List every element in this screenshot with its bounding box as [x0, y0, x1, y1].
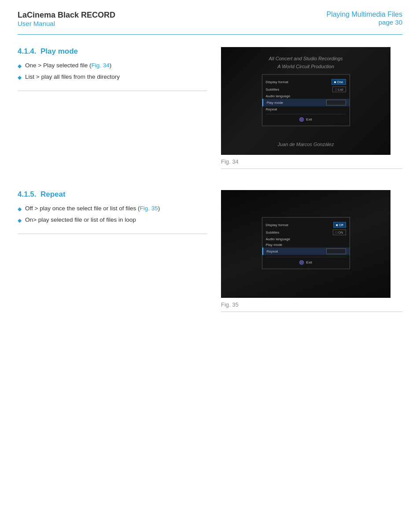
- bullet-icon: ◆: [18, 216, 22, 224]
- list-item: ◆ Off > play once the select file or lis…: [18, 204, 207, 213]
- menu-divider: [266, 256, 346, 257]
- menu-label: Repeat: [266, 107, 277, 111]
- section-repeat: 4.1.5. Repeat ◆ Off > play once the sele…: [18, 190, 402, 312]
- page-number: page 30: [326, 18, 402, 26]
- bullet-icon: ◆: [18, 62, 22, 70]
- option-off: ■ Off: [333, 222, 346, 227]
- menu-value: ■ Off: [333, 222, 346, 227]
- menu-row-display: Display format ■ Off: [262, 221, 350, 228]
- bullet-icon: ◆: [18, 205, 22, 213]
- exit-icon: [299, 260, 304, 264]
- header-right: Playing Multimedia Files page 30: [326, 11, 402, 26]
- fig35-rule: [221, 311, 402, 312]
- playmode-field: [326, 99, 346, 105]
- menu-label: Play mode: [266, 242, 283, 246]
- section-heading-414: 4.1.4. Play mode: [18, 47, 207, 56]
- menu-exit: Exit: [262, 116, 350, 123]
- option-one: ■ One: [332, 79, 346, 84]
- menu-row-repeat: Repeat: [262, 106, 350, 112]
- menu-row-display: Display format ■ One: [262, 78, 350, 85]
- menu-row-audio: Audio language: [262, 236, 350, 242]
- exit-label: Exit: [306, 117, 312, 121]
- fig35-link[interactable]: Fig. 35: [140, 205, 158, 212]
- menu-row-subtitles: Subtitles □ ON: [262, 228, 350, 236]
- brand-name: LaCinema Black RECORD: [18, 11, 115, 20]
- menu-label: Subtitles: [266, 230, 280, 234]
- bullet-text: Off > play once the select file or list …: [25, 204, 160, 213]
- list-item: ◆ One > Play selected file (Fig. 34): [18, 61, 207, 70]
- list-item: ◆ On> play selected file or list of file…: [18, 216, 207, 224]
- fig35-caption: Fig. 35: [221, 301, 402, 308]
- menu-label: Display format: [266, 80, 288, 84]
- section-text-rule: [18, 234, 207, 234]
- menu-row-repeat: Repeat: [262, 247, 350, 255]
- user-manual: User Manual: [18, 20, 115, 27]
- menu-label: Subtitles: [266, 87, 280, 91]
- menu-label: Play mode: [267, 100, 284, 104]
- section-image-right: Display format ■ Off Subtitles □ ON: [221, 190, 402, 312]
- menu-value: □ List: [332, 86, 346, 92]
- option-list: □ List: [332, 86, 346, 92]
- menu-value: [326, 99, 346, 105]
- section-text-left: 4.1.5. Repeat ◆ Off > play once the sele…: [18, 190, 207, 234]
- menu-row-subtitles: Subtitles □ List: [262, 85, 350, 93]
- option-on: □ ON: [333, 229, 346, 235]
- menu-label: Display format: [266, 223, 288, 227]
- exit-label: Exit: [306, 260, 312, 264]
- bullet-text: On> play selected file or list of files …: [25, 216, 136, 224]
- fig35-menu-overlay: Display format ■ Off Subtitles □ ON: [262, 217, 350, 269]
- fig34-screenshot: Display format ■ One Subtitles □ List: [221, 47, 391, 155]
- fig34-rule: [221, 168, 402, 169]
- fig34-wrapper: Display format ■ One Subtitles □ List: [221, 47, 402, 155]
- menu-row-audio: Audio language: [262, 93, 350, 99]
- fig35-screenshot: Display format ■ Off Subtitles □ ON: [221, 190, 391, 298]
- menu-label: Audio language: [266, 237, 291, 241]
- section-image-right: Display format ■ One Subtitles □ List: [221, 47, 402, 169]
- bullet-text: One > Play selected file (Fig. 34): [25, 61, 111, 70]
- page-container: LaCinema Black RECORD User Manual Playin…: [0, 0, 420, 509]
- menu-label: Audio language: [266, 94, 291, 98]
- menu-row-playmode: Play mode: [262, 99, 350, 106]
- section-play-mode: 4.1.4. Play mode ◆ One > Play selected f…: [18, 47, 402, 169]
- menu-label: Repeat: [267, 249, 278, 253]
- menu-value: [326, 248, 346, 254]
- menu-row-playmode: Play mode: [262, 242, 350, 247]
- menu-value: □ ON: [333, 229, 346, 235]
- page-header: LaCinema Black RECORD User Manual Playin…: [18, 11, 402, 27]
- bullet-list-414: ◆ One > Play selected file (Fig. 34) ◆ L…: [18, 61, 207, 82]
- repeat-field: [326, 248, 346, 254]
- section-text-rule: [18, 91, 207, 91]
- exit-icon: [299, 117, 304, 121]
- list-item: ◆ List > play all files from the directo…: [18, 73, 207, 81]
- fig34-menu-overlay: Display format ■ One Subtitles □ List: [262, 74, 350, 126]
- fig35-wrapper: Display format ■ Off Subtitles □ ON: [221, 190, 402, 298]
- menu-divider: [266, 114, 346, 114]
- header-left: LaCinema Black RECORD User Manual: [18, 11, 115, 27]
- section-text-left: 4.1.4. Play mode ◆ One > Play selected f…: [18, 47, 207, 91]
- page-title: Playing Multimedia Files: [326, 11, 402, 18]
- bullet-icon: ◆: [18, 73, 22, 81]
- section-heading-415: 4.1.5. Repeat: [18, 190, 207, 199]
- fig34-link[interactable]: Fig. 34: [91, 62, 109, 69]
- menu-exit: Exit: [262, 259, 350, 266]
- menu-value: ■ One: [332, 79, 346, 84]
- header-divider: [18, 34, 402, 35]
- bullet-list-415: ◆ Off > play once the select file or lis…: [18, 204, 207, 225]
- section-gap: [18, 172, 402, 190]
- bullet-text: List > play all files from the directory: [25, 73, 120, 81]
- fig34-caption: Fig. 34: [221, 158, 402, 165]
